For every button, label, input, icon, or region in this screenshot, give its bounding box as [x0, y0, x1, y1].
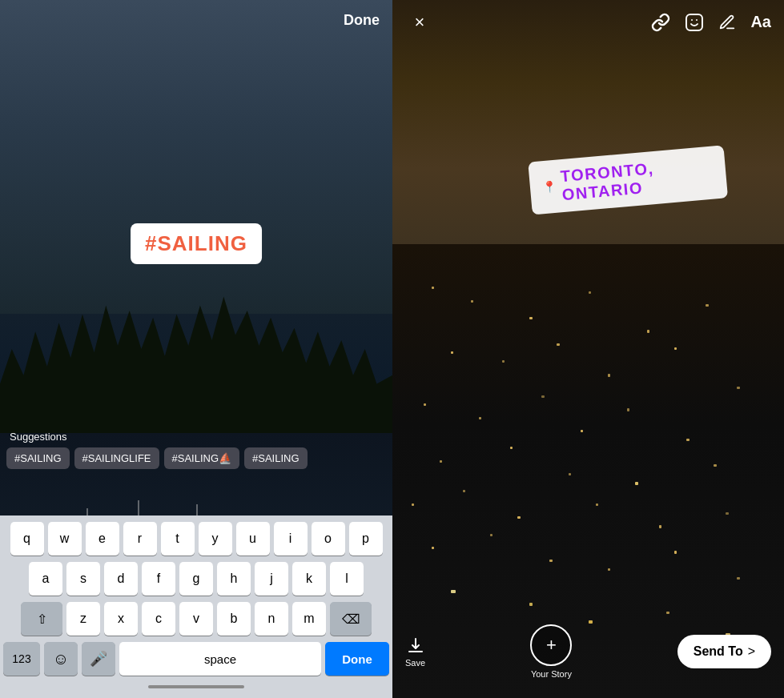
- key-v[interactable]: v: [179, 602, 213, 636]
- key-r[interactable]: r: [123, 522, 157, 556]
- key-h[interactable]: h: [217, 562, 251, 596]
- keyboard-row-3: ⇧ z x c v b n m ⌫: [3, 602, 389, 636]
- key-k[interactable]: k: [292, 562, 326, 596]
- key-e[interactable]: e: [86, 522, 119, 556]
- save-area: Save: [405, 636, 425, 668]
- hashtag-text: #SAILING: [145, 231, 247, 255]
- key-o[interactable]: o: [312, 522, 345, 556]
- your-story-button[interactable]: + Your Story: [530, 624, 572, 679]
- key-a[interactable]: a: [29, 562, 62, 596]
- key-y[interactable]: y: [199, 522, 232, 556]
- suggestion-1[interactable]: #SAILING: [6, 447, 70, 469]
- chevron-right-icon: >: [748, 644, 755, 659]
- keyboard-row-1: q w e r t y u i o p: [3, 522, 389, 556]
- key-space[interactable]: space: [119, 642, 321, 676]
- done-button-left[interactable]: Done: [344, 12, 380, 29]
- key-z[interactable]: z: [66, 602, 100, 636]
- key-u[interactable]: u: [236, 522, 270, 556]
- key-m[interactable]: m: [292, 602, 326, 636]
- pen-icon[interactable]: [718, 14, 736, 31]
- key-c[interactable]: c: [142, 602, 175, 636]
- right-panel: ×: [392, 0, 784, 698]
- key-t[interactable]: t: [161, 522, 195, 556]
- your-story-label: Your Story: [531, 669, 572, 679]
- bottom-bar-right: Save + Your Story Send To >: [392, 618, 784, 698]
- send-to-text: Send To: [694, 644, 743, 659]
- hashtag-sticker[interactable]: #SAILING: [131, 223, 262, 264]
- key-shift[interactable]: ⇧: [21, 602, 62, 636]
- key-123[interactable]: 123: [3, 642, 40, 676]
- key-emoji[interactable]: ☺: [44, 642, 78, 676]
- key-done[interactable]: Done: [325, 642, 389, 676]
- key-p[interactable]: p: [349, 522, 383, 556]
- left-panel: Done #SAILING Suggestions #SAILING #SAIL…: [0, 0, 392, 698]
- save-label: Save: [405, 658, 425, 668]
- save-icon[interactable]: [406, 636, 425, 655]
- home-indicator: [3, 679, 389, 695]
- suggestion-2[interactable]: #SAILINGLIFE: [74, 447, 159, 469]
- plus-icon: +: [546, 635, 557, 656]
- location-pin-icon: 📍: [542, 180, 557, 194]
- key-n[interactable]: n: [255, 602, 288, 636]
- keyboard: q w e r t y u i o p a s d f g h j k l ⇧ …: [0, 515, 392, 698]
- suggestions-label: Suggestions: [6, 431, 386, 443]
- key-b[interactable]: b: [217, 602, 251, 636]
- location-text: TORONTO, ONTARIO: [559, 154, 714, 204]
- key-x[interactable]: x: [104, 602, 138, 636]
- key-f[interactable]: f: [142, 562, 175, 596]
- key-backspace[interactable]: ⌫: [330, 602, 372, 636]
- send-to-button[interactable]: Send To >: [677, 635, 771, 668]
- key-s[interactable]: s: [66, 562, 100, 596]
- suggestions-pills: #SAILING #SAILINGLIFE #SAILING⛵ #SAILING: [6, 447, 386, 469]
- suggestions-area: Suggestions #SAILING #SAILINGLIFE #SAILI…: [0, 431, 392, 474]
- key-d[interactable]: d: [104, 562, 138, 596]
- key-i[interactable]: i: [274, 522, 308, 556]
- keyboard-row-2: a s d f g h j k l: [3, 562, 389, 596]
- your-story-circle: +: [530, 624, 572, 666]
- key-q[interactable]: q: [10, 522, 44, 556]
- home-bar: [148, 685, 244, 688]
- key-w[interactable]: w: [48, 522, 82, 556]
- text-button[interactable]: Aa: [750, 13, 771, 31]
- suggestion-3[interactable]: #SAILING⛵: [164, 447, 240, 469]
- link-icon[interactable]: [651, 13, 670, 32]
- close-button[interactable]: ×: [405, 8, 434, 37]
- right-toolbar: Aa: [651, 13, 771, 32]
- top-bar-right: ×: [392, 0, 784, 44]
- sticker-icon[interactable]: [685, 13, 704, 32]
- key-l[interactable]: l: [330, 562, 364, 596]
- key-g[interactable]: g: [179, 562, 213, 596]
- suggestion-4[interactable]: #SAILING: [244, 447, 308, 469]
- top-bar-left: Done: [0, 0, 392, 40]
- key-j[interactable]: j: [255, 562, 288, 596]
- svg-rect-0: [686, 14, 702, 30]
- keyboard-bottom-row: 123 ☺ 🎤 space Done: [3, 642, 389, 676]
- key-mic[interactable]: 🎤: [82, 642, 115, 676]
